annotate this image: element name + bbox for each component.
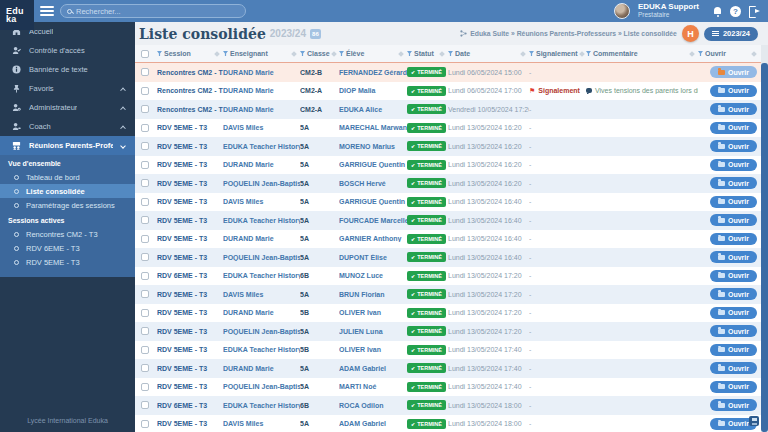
filter-funnel-icon[interactable]	[586, 51, 591, 56]
table-row[interactable]: RDV 5EME - T3DAVIS Miles5AGARRIGUE Quent…	[135, 193, 768, 212]
row-checkbox[interactable]	[141, 253, 149, 261]
sidebar-item-parametrage-sessions[interactable]: Paramétrage des sessions	[0, 198, 135, 212]
row-checkbox[interactable]	[141, 68, 149, 76]
table-row[interactable]: RDV 5EME - T3DURAND Marie5AGARRIGUE Quen…	[135, 156, 768, 175]
school-year-button[interactable]: 2023/24	[704, 27, 758, 41]
sort-icon[interactable]	[579, 51, 585, 57]
column-header-enseignant[interactable]: Enseignant	[223, 50, 300, 57]
column-header-ouvrir[interactable]: Ouvrir	[698, 50, 760, 57]
table-row[interactable]: RDV 5EME - T3EDUKA Teacher History5AMORE…	[135, 137, 768, 156]
table-row[interactable]: RDV 5EME - T3DAVIS Miles5AADAM Gabriel✔ …	[135, 415, 768, 432]
sidebar-item-tableau-de-bord[interactable]: Tableau de bord	[0, 170, 135, 184]
filter-funnel-icon[interactable]	[529, 51, 534, 56]
sort-icon[interactable]	[291, 51, 297, 57]
avatar[interactable]	[614, 3, 630, 19]
user-info[interactable]: EDUKA Support Prestataire	[638, 3, 699, 19]
table-row[interactable]: RDV 5EME - T3POQUELIN Jean-Baptiste5ADUP…	[135, 248, 768, 267]
row-checkbox[interactable]	[141, 290, 149, 298]
table-row[interactable]: RDV 5EME - T3EDUKA Teacher History5AFOUR…	[135, 211, 768, 230]
column-header-classe[interactable]: Classe	[300, 50, 339, 57]
column-header-session[interactable]: Session	[157, 50, 223, 57]
open-button[interactable]: Ouvrir	[710, 140, 757, 152]
row-checkbox[interactable]	[141, 235, 149, 243]
open-button[interactable]: Ouvrir	[710, 159, 757, 171]
vertical-scrollbar-thumb[interactable]	[761, 63, 768, 432]
table-row[interactable]: RDV 5EME - T3POQUELIN Jean-Baptiste5AMAR…	[135, 378, 768, 397]
sort-icon[interactable]	[331, 51, 337, 57]
sidebar-item-banniere-texte[interactable]: Bannière de texte	[0, 60, 135, 79]
open-button[interactable]: Ouvrir	[710, 325, 757, 337]
row-checkbox[interactable]	[141, 124, 149, 132]
open-button[interactable]: Ouvrir	[710, 103, 757, 115]
column-header-statut[interactable]: Statut	[407, 50, 448, 57]
sidebar-item-rdv-6eme-t3[interactable]: RDV 6EME - T3	[0, 241, 135, 255]
table-row[interactable]: RDV 6EME - T3EDUKA Teacher History6BROCA…	[135, 396, 768, 415]
row-checkbox[interactable]	[141, 198, 149, 206]
open-button[interactable]: Ouvrir	[710, 233, 757, 245]
row-checkbox[interactable]	[141, 309, 149, 317]
open-button[interactable]: Ouvrir	[710, 251, 757, 263]
open-button[interactable]: Ouvrir	[710, 122, 757, 134]
open-button[interactable]: Ouvrir	[710, 288, 757, 300]
table-row[interactable]: Rencontres CM2 - T3DURAND MarieCM2-BFERN…	[135, 63, 768, 82]
open-button[interactable]: Ouvrir	[710, 344, 757, 356]
sidebar-item-controle-acces[interactable]: Contrôle d'accès	[0, 41, 135, 60]
logout-icon[interactable]	[749, 6, 760, 16]
table-row[interactable]: RDV 5EME - T3POQUELIN Jean-Baptiste5AJUL…	[135, 322, 768, 341]
open-button[interactable]: Ouvrir	[710, 214, 757, 226]
menu-toggle-icon[interactable]	[40, 6, 54, 16]
help-icon[interactable]: ?	[730, 6, 741, 17]
row-checkbox[interactable]	[141, 105, 149, 113]
table-row[interactable]: RDV 6EME - T3EDUKA Teacher History6BMUNO…	[135, 267, 768, 286]
select-all-checkbox[interactable]	[141, 50, 149, 58]
table-row[interactable]: RDV 5EME - T3DAVIS Miles5AMARECHAL Marwa…	[135, 119, 768, 138]
column-header-commentaire[interactable]: Commentaire	[586, 50, 698, 57]
open-button[interactable]: Ouvrir	[710, 381, 757, 393]
row-checkbox[interactable]	[141, 401, 149, 409]
table-row[interactable]: Rencontres CM2 - T3DURAND MarieCM2-ADIOP…	[135, 82, 768, 101]
sidebar-item-rencontres-cm2-t3[interactable]: Rencontres CM2 - T3	[0, 227, 135, 241]
filter-funnel-icon[interactable]	[300, 51, 305, 56]
sidebar-item-favoris[interactable]: Favoris	[0, 79, 135, 98]
table-row[interactable]: RDV 5EME - T3DURAND Marie5BOLIVER Ivan✔ …	[135, 304, 768, 323]
open-button[interactable]: Ouvrir	[710, 196, 757, 208]
open-button[interactable]: Ouvrir	[710, 177, 757, 189]
sort-icon[interactable]	[520, 51, 526, 57]
open-button[interactable]: Ouvrir	[710, 362, 757, 374]
sidebar-item-liste-consolidee[interactable]: Liste consolidée	[0, 184, 135, 198]
search-input[interactable]	[76, 7, 239, 16]
sort-icon[interactable]	[214, 51, 220, 57]
filter-funnel-icon[interactable]	[407, 51, 412, 56]
column-header-date[interactable]: Date	[448, 50, 529, 57]
search-bar[interactable]	[60, 4, 246, 18]
open-button[interactable]: Ouvrir	[710, 307, 757, 319]
filter-funnel-icon[interactable]	[223, 51, 228, 56]
open-button[interactable]: Ouvrir	[710, 85, 757, 97]
breadcrumb[interactable]: Eduka Suite » Réunions Parents-Professeu…	[460, 30, 677, 37]
table-row[interactable]: Rencontres CM2 - T3DURAND MarieCM2-AEDUK…	[135, 100, 768, 119]
sidebar-item-rdv-5eme-t3[interactable]: RDV 5EME - T3	[0, 255, 135, 269]
sort-icon[interactable]	[439, 51, 445, 57]
row-checkbox[interactable]	[141, 161, 149, 169]
sidebar-item-administrateur[interactable]: Administrateur	[0, 98, 135, 117]
notifications-bell-icon[interactable]	[713, 7, 722, 16]
row-checkbox[interactable]	[141, 216, 149, 224]
row-checkbox[interactable]	[141, 383, 149, 391]
open-button[interactable]: Ouvrir	[710, 270, 757, 282]
row-checkbox[interactable]	[141, 272, 149, 280]
filter-funnel-icon[interactable]	[339, 51, 344, 56]
row-checkbox[interactable]	[141, 327, 149, 335]
table-row[interactable]: RDV 5EME - T3DURAND Marie5AADAM Gabriel✔…	[135, 359, 768, 378]
sidebar-item-coach[interactable]: Coach	[0, 117, 135, 136]
row-checkbox[interactable]	[141, 420, 149, 428]
filter-funnel-icon[interactable]	[698, 51, 703, 56]
sort-icon[interactable]	[689, 51, 695, 57]
column-header-signalement[interactable]: Signalement	[529, 50, 586, 57]
count-badge[interactable]: 86	[310, 29, 321, 39]
sort-icon[interactable]	[751, 51, 757, 57]
row-checkbox[interactable]	[141, 364, 149, 372]
table-row[interactable]: RDV 5EME - T3DURAND Marie5AGARNIER Antho…	[135, 230, 768, 249]
open-button[interactable]: Ouvrir	[710, 399, 757, 411]
row-checkbox[interactable]	[141, 346, 149, 354]
filter-funnel-icon[interactable]	[448, 51, 453, 56]
